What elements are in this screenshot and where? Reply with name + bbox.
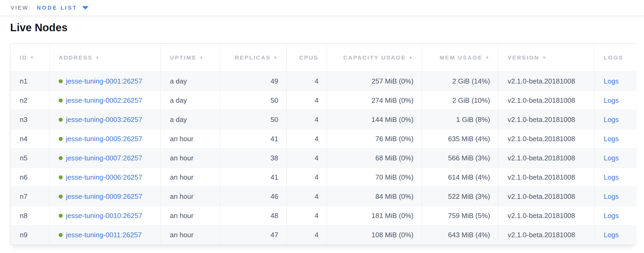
node-status-icon	[59, 195, 63, 199]
node-id-cell: n6	[11, 168, 49, 187]
node-logs-cell: Logs	[594, 187, 636, 206]
column-header-label: UPTIME	[170, 54, 197, 61]
node-capacity-cell: 84 MiB (0%)	[327, 187, 422, 206]
node-id-cell: n2	[11, 91, 49, 110]
node-capacity-cell: 70 MiB (0%)	[327, 168, 422, 187]
node-mem-cell: 643 MiB (4%)	[422, 225, 498, 244]
node-status-icon	[59, 137, 63, 141]
node-id-cell: n9	[11, 225, 49, 244]
node-replicas-cell: 48	[220, 206, 287, 225]
node-capacity-cell: 274 MiB (0%)	[327, 91, 422, 110]
node-mem-cell: 635 MiB (4%)	[422, 129, 498, 148]
node-address-cell: jesse-tuning-0003:26257	[49, 110, 161, 129]
node-address-link[interactable]: jesse-tuning-0006:26257	[66, 173, 142, 181]
node-row: n1 jesse-tuning-0001:26257 a day 49 4 25…	[11, 72, 636, 91]
column-header-mem[interactable]: MEM USAGE▼	[422, 44, 498, 72]
column-header-logs: LOGS	[594, 44, 636, 72]
node-cpus-cell: 4	[287, 187, 327, 206]
node-capacity-cell: 108 MiB (0%)	[327, 225, 422, 244]
node-row: n9 jesse-tuning-0011:26257 an hour 47 4 …	[11, 225, 636, 244]
node-address-cell: jesse-tuning-0010:26257	[49, 206, 161, 225]
node-uptime-cell: an hour	[161, 187, 220, 206]
node-status-icon	[59, 79, 63, 83]
view-selected-value: NODE LIST	[37, 5, 77, 11]
node-replicas-cell: 50	[220, 91, 287, 110]
node-logs-cell: Logs	[594, 168, 636, 187]
node-logs-link[interactable]: Logs	[604, 231, 619, 239]
node-logs-link[interactable]: Logs	[604, 173, 619, 181]
node-table-body: n1 jesse-tuning-0001:26257 a day 49 4 25…	[11, 72, 636, 244]
node-capacity-cell: 76 MiB (0%)	[327, 129, 422, 148]
node-address-link[interactable]: jesse-tuning-0003:26257	[66, 116, 142, 124]
node-logs-link[interactable]: Logs	[604, 96, 619, 104]
node-capacity-cell: 68 MiB (0%)	[327, 148, 422, 168]
node-cpus-cell: 4	[287, 148, 327, 168]
column-header-label: ID	[20, 54, 27, 61]
main-content: Live Nodes ID▼ADDRESS▼UPTIME▼REPLICAS▼CP…	[0, 16, 644, 245]
column-header-cpus: CPUS	[287, 44, 327, 72]
table-header-row: ID▼ADDRESS▼UPTIME▼REPLICAS▼CPUSCAPACITY …	[11, 44, 636, 72]
node-address-cell: jesse-tuning-0001:26257	[49, 72, 161, 91]
column-header-label: ADDRESS	[59, 54, 93, 61]
sort-desc-icon: ▼	[95, 55, 100, 60]
node-address-cell: jesse-tuning-0009:26257	[49, 187, 161, 206]
sort-desc-icon: ▼	[273, 55, 278, 60]
node-cpus-cell: 4	[287, 91, 327, 110]
node-address-cell: jesse-tuning-0006:26257	[49, 168, 161, 187]
node-address-link[interactable]: jesse-tuning-0002:26257	[66, 96, 142, 104]
node-cpus-cell: 4	[287, 206, 327, 225]
node-cpus-cell: 4	[287, 72, 327, 91]
node-address-cell: jesse-tuning-0002:26257	[49, 91, 161, 110]
node-row: n6 jesse-tuning-0006:26257 an hour 41 4 …	[11, 168, 636, 187]
node-row: n7 jesse-tuning-0009:26257 an hour 46 4 …	[11, 187, 636, 206]
column-header-capacity[interactable]: CAPACITY USAGE▼	[327, 44, 422, 72]
node-capacity-cell: 257 MiB (0%)	[327, 72, 422, 91]
node-logs-cell: Logs	[594, 72, 636, 91]
node-uptime-cell: a day	[161, 110, 220, 129]
node-address-link[interactable]: jesse-tuning-0005:26257	[66, 135, 142, 143]
node-id-cell: n1	[11, 72, 49, 91]
column-header-uptime[interactable]: UPTIME▼	[161, 44, 220, 72]
column-header-address[interactable]: ADDRESS▼	[49, 44, 161, 72]
column-header-label: MEM USAGE	[440, 54, 483, 61]
node-address-link[interactable]: jesse-tuning-0010:26257	[66, 212, 142, 220]
node-address-cell: jesse-tuning-0011:26257	[49, 225, 161, 244]
node-logs-cell: Logs	[594, 129, 636, 148]
node-logs-link[interactable]: Logs	[604, 212, 619, 220]
node-address-link[interactable]: jesse-tuning-0009:26257	[66, 192, 142, 200]
node-mem-cell: 566 MiB (3%)	[422, 148, 498, 168]
view-selector-dropdown[interactable]: NODE LIST	[37, 5, 89, 11]
node-logs-cell: Logs	[594, 91, 636, 110]
node-logs-link[interactable]: Logs	[604, 192, 619, 200]
node-logs-link[interactable]: Logs	[604, 135, 619, 143]
node-logs-link[interactable]: Logs	[604, 154, 619, 162]
node-row: n3 jesse-tuning-0003:26257 a day 50 4 14…	[11, 110, 636, 129]
node-uptime-cell: an hour	[161, 129, 220, 148]
node-status-icon	[59, 118, 63, 122]
node-address-link[interactable]: jesse-tuning-0011:26257	[66, 231, 142, 239]
node-replicas-cell: 46	[220, 187, 287, 206]
node-mem-cell: 2 GiB (14%)	[422, 72, 498, 91]
column-header-version[interactable]: VERSION▼	[498, 44, 594, 72]
node-status-icon	[59, 175, 63, 179]
node-status-icon	[59, 156, 63, 160]
node-logs-cell: Logs	[594, 148, 636, 168]
view-bar: VIEW: NODE LIST	[0, 0, 644, 16]
node-address-link[interactable]: jesse-tuning-0001:26257	[66, 77, 142, 85]
column-header-id[interactable]: ID▼	[11, 44, 49, 72]
node-version-cell: v2.1.0-beta.20181008	[498, 129, 594, 148]
column-header-label: VERSION	[508, 54, 539, 61]
sort-desc-icon: ▼	[542, 55, 547, 60]
column-header-label: CAPACITY USAGE	[343, 54, 406, 61]
node-address-link[interactable]: jesse-tuning-0007:26257	[66, 154, 142, 162]
node-logs-link[interactable]: Logs	[604, 116, 619, 124]
node-uptime-cell: an hour	[161, 148, 220, 168]
node-replicas-cell: 38	[220, 148, 287, 168]
column-header-replicas[interactable]: REPLICAS▼	[220, 44, 287, 72]
dropdown-caret-icon	[82, 6, 89, 10]
node-mem-cell: 1 GiB (8%)	[422, 110, 498, 129]
sort-desc-icon: ▼	[409, 55, 414, 60]
node-logs-link[interactable]: Logs	[604, 77, 619, 85]
node-row: n2 jesse-tuning-0002:26257 a day 50 4 27…	[11, 91, 636, 110]
node-logs-cell: Logs	[594, 110, 636, 129]
